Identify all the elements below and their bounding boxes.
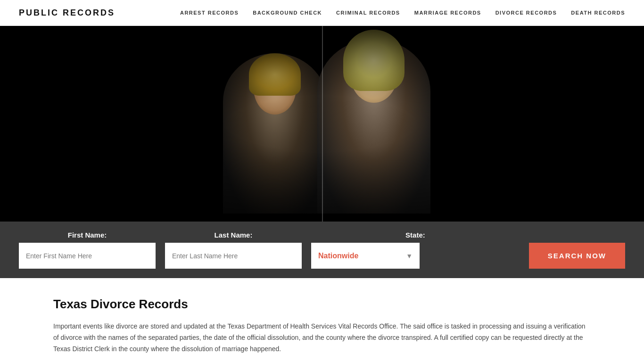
hero-section [0,26,644,222]
person-right [317,39,430,214]
state-select[interactable]: Nationwide Alabama Alaska Arizona Arkans… [311,243,420,269]
first-name-label: First Name: [19,231,156,239]
last-name-input[interactable] [165,243,302,269]
site-header: PUBLIC RECORDS ARREST RECORDS BACKGROUND… [0,0,644,26]
state-label: State: [311,231,520,239]
site-logo: PUBLIC RECORDS [19,8,115,18]
nav-death-records[interactable]: DEATH RECORDS [571,10,625,16]
last-name-label: Last Name: [165,231,302,239]
state-select-wrapper: Nationwide Alabama Alaska Arizona Arkans… [311,243,420,269]
first-name-input[interactable] [19,243,156,269]
first-name-field: First Name: [19,231,156,269]
main-content: Texas Divorce Records Important events l… [0,278,644,362]
nav-marriage-records[interactable]: MARRIAGE RECORDS [414,10,481,16]
hero-divider [322,26,323,222]
content-paragraph-1: Important events like divorce are stored… [53,321,591,354]
nav-divorce-records[interactable]: DIVORCE RECORDS [495,10,557,16]
nav-arrest-records[interactable]: ARREST RECORDS [180,10,239,16]
content-title: Texas Divorce Records [53,297,591,312]
main-nav: ARREST RECORDS BACKGROUND CHECK CRIMINAL… [180,10,625,16]
search-bar: First Name: Last Name: State: Nationwide… [0,222,644,278]
nav-background-check[interactable]: BACKGROUND CHECK [253,10,322,16]
person-left [223,53,327,214]
search-button[interactable]: SEARCH NOW [529,243,625,269]
nav-criminal-records[interactable]: CRIMINAL RECORDS [336,10,400,16]
last-name-field: Last Name: [165,231,302,269]
state-field: State: Nationwide Alabama Alaska Arizona… [311,231,520,269]
